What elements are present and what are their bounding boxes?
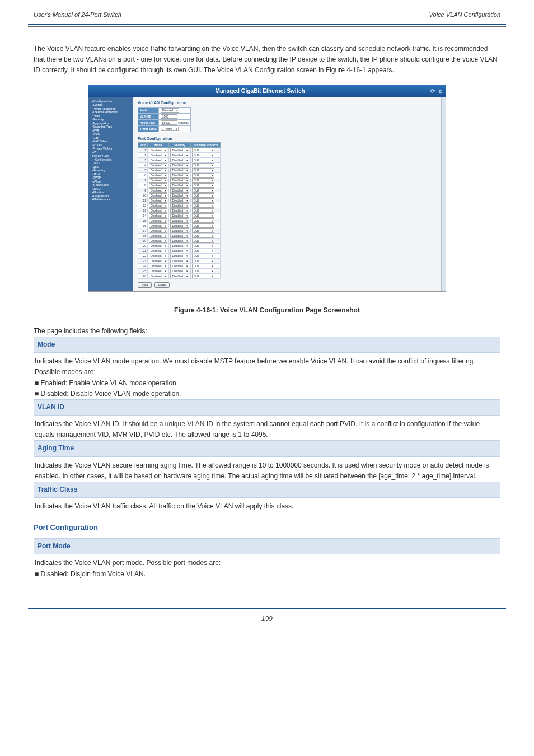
screenshot: Managed GigaBit Ethernet Switch ⟳ ⎋ ▾Con…: [88, 85, 446, 292]
scrollbar[interactable]: [441, 97, 446, 291]
port-num: 12: [138, 203, 148, 208]
table-row: 1DisabledDisabledOUI: [138, 147, 221, 152]
save-button[interactable]: Save: [138, 282, 152, 288]
port-dp-select[interactable]: OUI: [192, 254, 214, 258]
port-security-select[interactable]: Disabled: [170, 213, 189, 218]
port-dp-select[interactable]: OUI: [192, 173, 214, 178]
port-security-select[interactable]: Disabled: [170, 259, 189, 263]
port-mode-select[interactable]: Disabled: [149, 223, 167, 228]
port-mode-select[interactable]: Disabled: [149, 188, 167, 193]
port-mode-select[interactable]: Disabled: [149, 168, 167, 172]
port-mode-select[interactable]: Disabled: [149, 239, 167, 243]
port-security-select[interactable]: Disabled: [170, 178, 189, 183]
port-mode-select[interactable]: Disabled: [149, 244, 167, 248]
figure-caption: Figure 4-16-1: Voice VLAN Configuration …: [34, 305, 500, 316]
port-dp-select[interactable]: OUI: [192, 274, 214, 278]
port-security-select[interactable]: Disabled: [170, 208, 189, 213]
port-security-select[interactable]: Disabled: [170, 249, 189, 253]
port-security-select[interactable]: Disabled: [170, 254, 189, 258]
port-num: 15: [138, 218, 148, 223]
port-mode-select[interactable]: Disabled: [149, 218, 167, 223]
port-security-select[interactable]: Disabled: [170, 244, 189, 248]
port-dp-select[interactable]: OUI: [192, 148, 214, 152]
port-mode-select[interactable]: Disabled: [149, 193, 167, 198]
port-num: 1: [138, 147, 148, 152]
port-security-select[interactable]: Disabled: [170, 218, 189, 223]
cfg-value[interactable]: 1000: [158, 113, 190, 119]
port-security-select[interactable]: Disabled: [170, 163, 189, 167]
config-title: Voice VLAN Configuration: [138, 101, 437, 105]
port-dp-select[interactable]: OUI: [192, 228, 214, 233]
port-security-select[interactable]: Disabled: [170, 193, 189, 198]
port-security-select[interactable]: Disabled: [170, 228, 189, 233]
port-dp-select[interactable]: OUI: [192, 168, 214, 172]
field-desc: Indicates the Voice VLAN ID. It should b…: [34, 419, 500, 440]
cfg-value[interactable]: 86400 seconds: [158, 119, 190, 125]
port-mode-select[interactable]: Disabled: [149, 158, 167, 162]
port-dp-select[interactable]: OUI: [192, 218, 214, 223]
port-mode-select[interactable]: Disabled: [149, 264, 167, 268]
port-security-select[interactable]: Disabled: [170, 158, 189, 162]
port-dp-select[interactable]: OUI: [192, 183, 214, 188]
port-dp-select[interactable]: OUI: [192, 259, 214, 263]
port-security-select[interactable]: Disabled: [170, 148, 189, 152]
port-dp-select[interactable]: OUI: [192, 234, 214, 238]
help-icon[interactable]: ⎋: [439, 88, 442, 94]
port-mode-select[interactable]: Disabled: [149, 259, 167, 263]
port-dp-select[interactable]: OUI: [192, 208, 214, 213]
port-mode-select[interactable]: Disabled: [149, 254, 167, 258]
port-dp-select[interactable]: OUI: [192, 249, 214, 253]
port-dp-select[interactable]: OUI: [192, 239, 214, 243]
port-mode-select[interactable]: Disabled: [149, 178, 167, 183]
port-mode-select[interactable]: Disabled: [149, 148, 167, 152]
port-dp-select[interactable]: OUI: [192, 264, 214, 268]
port-dp-select[interactable]: OUI: [192, 188, 214, 193]
home-icon[interactable]: ⟳: [430, 88, 435, 94]
port-dp-select[interactable]: OUI: [192, 198, 214, 203]
port-security-select[interactable]: Disabled: [170, 264, 189, 268]
port-mode-select[interactable]: Disabled: [149, 249, 167, 253]
port-security-select[interactable]: Disabled: [170, 274, 189, 278]
port-security-select[interactable]: Disabled: [170, 153, 189, 157]
port-mode-select[interactable]: Disabled: [149, 183, 167, 188]
port-security-select[interactable]: Disabled: [170, 223, 189, 228]
cfg-key: Mode: [138, 107, 159, 113]
port-mode-select[interactable]: Disabled: [149, 173, 167, 178]
reset-button[interactable]: Reset: [154, 282, 170, 288]
port-dp-select[interactable]: OUI: [192, 223, 214, 228]
port-security-select[interactable]: Disabled: [170, 269, 189, 273]
port-security-select[interactable]: Disabled: [170, 188, 189, 193]
port-dp-select[interactable]: OUI: [192, 213, 214, 218]
port-mode-select[interactable]: Disabled: [149, 228, 167, 233]
sidebar-item[interactable]: ▸Maintenance: [91, 198, 131, 202]
port-col: Mode: [148, 142, 169, 147]
port-security-select[interactable]: Disabled: [170, 168, 189, 172]
port-security-select[interactable]: Disabled: [170, 203, 189, 208]
port-dp-select[interactable]: OUI: [192, 163, 214, 167]
port-mode-select[interactable]: Disabled: [149, 234, 167, 238]
port-dp-select[interactable]: OUI: [192, 193, 214, 198]
port-dp-select[interactable]: OUI: [192, 244, 214, 248]
cfg-value[interactable]: 7 (High): [158, 125, 190, 132]
port-mode-select[interactable]: Disabled: [149, 208, 167, 213]
port-config-table: PortModeSecurityDiscovery Protocol1Disab…: [138, 142, 221, 279]
port-security-select[interactable]: Disabled: [170, 198, 189, 203]
port-dp-select[interactable]: OUI: [192, 153, 214, 157]
port-mode-select[interactable]: Disabled: [149, 163, 167, 167]
port-dp-select[interactable]: OUI: [192, 203, 214, 208]
sidebar: ▾Configuration•System•Power Reduction•Th…: [88, 97, 133, 291]
port-mode-select[interactable]: Disabled: [149, 213, 167, 218]
port-dp-select[interactable]: OUI: [192, 269, 214, 273]
cfg-value[interactable]: Disabled: [158, 107, 190, 113]
port-mode-select[interactable]: Disabled: [149, 153, 167, 157]
port-mode-select[interactable]: Disabled: [149, 203, 167, 208]
port-mode-select[interactable]: Disabled: [149, 198, 167, 203]
port-dp-select[interactable]: OUI: [192, 158, 214, 162]
port-mode-select[interactable]: Disabled: [149, 274, 167, 278]
port-dp-select[interactable]: OUI: [192, 178, 214, 183]
port-security-select[interactable]: Disabled: [170, 183, 189, 188]
port-security-select[interactable]: Disabled: [170, 173, 189, 178]
port-security-select[interactable]: Disabled: [170, 234, 189, 238]
port-mode-select[interactable]: Disabled: [149, 269, 167, 273]
port-security-select[interactable]: Disabled: [170, 239, 189, 243]
